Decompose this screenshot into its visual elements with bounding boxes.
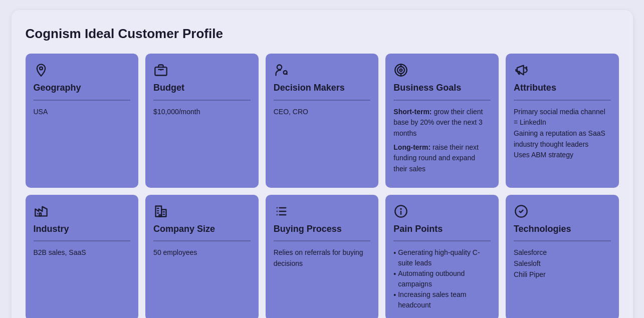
- svg-point-28: [276, 214, 277, 215]
- tile-attributes-content: Primary social media channel = LinkedIn …: [514, 107, 611, 161]
- person-settings-icon: [274, 63, 289, 78]
- svg-point-7: [397, 67, 404, 74]
- tile-business-goals: Business GoalsShort-term: grow their cli…: [385, 54, 499, 188]
- tile-buying-process-title: Buying Process: [274, 224, 371, 235]
- tile-attributes-title: Attributes: [514, 83, 611, 94]
- svg-rect-14: [39, 213, 41, 216]
- bullet-text: Automating outbound campaigns: [398, 268, 491, 289]
- svg-rect-16: [161, 209, 166, 216]
- check-circle-icon: [514, 204, 529, 219]
- tile-technologies-divider: [514, 240, 611, 241]
- tile-geography: GeographyUSA: [26, 54, 139, 188]
- svg-point-4: [277, 65, 282, 70]
- profile-card: Cognism Ideal Customer Profile Geography…: [12, 10, 633, 318]
- megaphone-icon: [514, 63, 529, 78]
- tile-industry-content: B2B sales, SaaS: [34, 247, 131, 258]
- tile-buying-process-content: Relies on referrals for buying decisions: [274, 247, 371, 269]
- tile-business-goals-title: Business Goals: [393, 83, 491, 94]
- tile-buying-process-divider: [274, 240, 371, 241]
- info-icon: [393, 204, 408, 219]
- bullet-item: •Automating outbound campaigns: [393, 268, 491, 289]
- tile-business-goals-content: Short-term: grow their client base by 20…: [393, 107, 491, 178]
- bullet-dot: •: [393, 269, 396, 289]
- bullet-item: •Increasing sales team headcount: [393, 289, 491, 310]
- tile-budget-title: Budget: [153, 83, 251, 94]
- svg-rect-1: [155, 67, 166, 75]
- tile-pain-points-title: Pain Points: [393, 224, 491, 235]
- tile-industry-title: Industry: [34, 224, 131, 235]
- tile-company-size-divider: [153, 240, 251, 241]
- tile-attributes: AttributesPrimary social media channel =…: [506, 54, 619, 188]
- bullet-dot: •: [393, 290, 396, 310]
- svg-point-11: [526, 66, 528, 68]
- tile-attributes-divider: [514, 100, 611, 101]
- tile-company-size: Company Size50 employees: [145, 195, 259, 318]
- building-icon: [153, 204, 168, 219]
- tile-pain-points-divider: [393, 240, 491, 241]
- svg-point-8: [400, 69, 402, 72]
- list-icon: [274, 204, 289, 219]
- tile-technologies: TechnologiesSalesforce Salesloft Chili P…: [506, 195, 619, 318]
- svg-point-27: [276, 211, 277, 212]
- page-title: Cognism Ideal Customer Profile: [26, 26, 619, 42]
- briefcase-icon: [153, 63, 168, 78]
- svg-point-0: [40, 67, 43, 70]
- tile-decision-makers-title: Decision Makers: [274, 83, 371, 94]
- svg-point-12: [526, 68, 528, 70]
- tile-geography-title: Geography: [34, 83, 131, 94]
- tile-geography-divider: [34, 100, 131, 101]
- tile-decision-makers: Decision MakersCEO, CRO: [266, 54, 379, 188]
- bullet-dot: •: [393, 248, 396, 268]
- tile-budget-divider: [153, 100, 251, 101]
- location-icon: [34, 63, 49, 78]
- tile-pain-points: Pain Points•Generating high-quality C-su…: [385, 195, 499, 318]
- factory-icon: [34, 204, 49, 219]
- tile-budget: Budget$10,000/month: [145, 54, 259, 188]
- tile-buying-process: Buying ProcessRelies on referrals for bu…: [266, 195, 379, 318]
- bullet-text: Increasing sales team headcount: [398, 289, 491, 310]
- target-icon: [393, 63, 408, 78]
- tile-budget-content: $10,000/month: [153, 107, 251, 118]
- svg-rect-22: [159, 215, 161, 217]
- tile-industry-divider: [34, 240, 131, 241]
- tile-industry: IndustryB2B sales, SaaS: [26, 195, 139, 318]
- svg-point-26: [276, 207, 277, 208]
- tile-company-size-title: Company Size: [153, 224, 251, 235]
- tile-pain-points-content: •Generating high-quality C-suite leads•A…: [393, 247, 491, 310]
- tile-geography-content: USA: [34, 107, 131, 118]
- tile-technologies-content: Salesforce Salesloft Chili Piper: [514, 247, 611, 280]
- tiles-grid: GeographyUSABudget$10,000/monthDecision …: [26, 54, 619, 318]
- tile-business-goals-divider: [393, 100, 491, 101]
- bullet-item: •Generating high-quality C-suite leads: [393, 247, 491, 268]
- bullet-text: Generating high-quality C-suite leads: [398, 247, 491, 268]
- tile-decision-makers-content: CEO, CRO: [274, 107, 371, 118]
- tile-company-size-content: 50 employees: [153, 247, 251, 258]
- tile-decision-makers-divider: [274, 100, 371, 101]
- tile-technologies-title: Technologies: [514, 224, 611, 235]
